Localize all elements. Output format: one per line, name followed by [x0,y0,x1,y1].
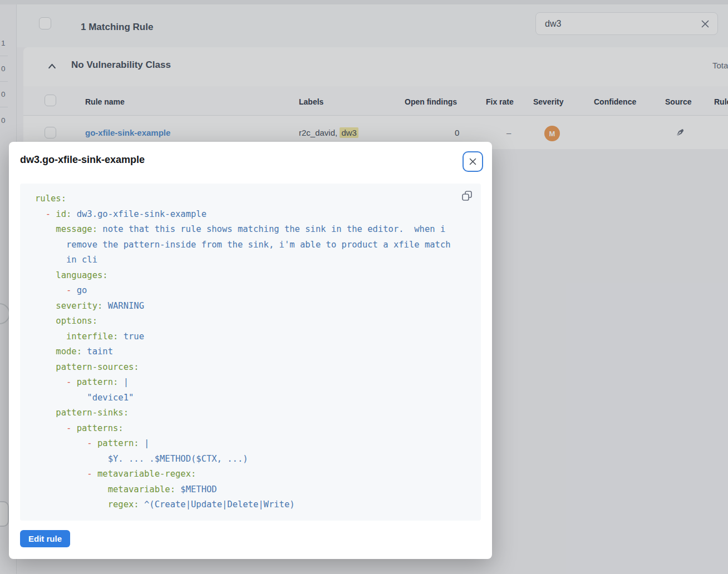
edit-rule-button[interactable]: Edit rule [20,530,70,547]
rule-detail-modal: dw3.go-xfile-sink-example rules: - id: d… [9,142,492,559]
modal-title: dw3.go-xfile-sink-example [20,154,145,166]
code-line: message: note that this rule shows match… [35,222,468,237]
code-line: in cli [35,253,468,268]
screen: 1000 1 Matching Rule No Vulnerability Cl… [0,0,728,574]
code-line: languages: [35,268,468,284]
code-line: pattern-sinks: [35,405,468,421]
code-line: - id: dw3.go-xfile-sink-example [35,207,468,222]
code-line: pattern-sources: [35,360,468,375]
code-line: - pattern: | [35,436,468,452]
code-line: - go [35,283,468,299]
code-line: metavariable: $METHOD [35,482,468,498]
copy-icon[interactable] [461,190,473,202]
close-icon[interactable] [463,151,483,172]
code-line: $Y. ... .$METHOD($CTX, ...) [35,452,468,467]
yaml-code: rules: - id: dw3.go-xfile-sink-example m… [35,191,468,513]
code-line: - patterns: [35,421,468,437]
code-line: - pattern: | [35,375,468,390]
code-line: - metavariable-regex: [35,467,468,482]
code-line: severity: WARNING [35,299,468,314]
rule-yaml-codeblock: rules: - id: dw3.go-xfile-sink-example m… [20,184,481,521]
code-line: options: [35,314,468,329]
code-line: regex: ^(Create|Update|Delete|Write) [35,497,468,513]
code-line: mode: taint [35,344,468,360]
code-line: "device1" [35,390,468,406]
code-line: rules: [35,191,468,207]
code-line: interfile: true [35,329,468,345]
code-line: remove the pattern-inside from the sink,… [35,237,468,253]
